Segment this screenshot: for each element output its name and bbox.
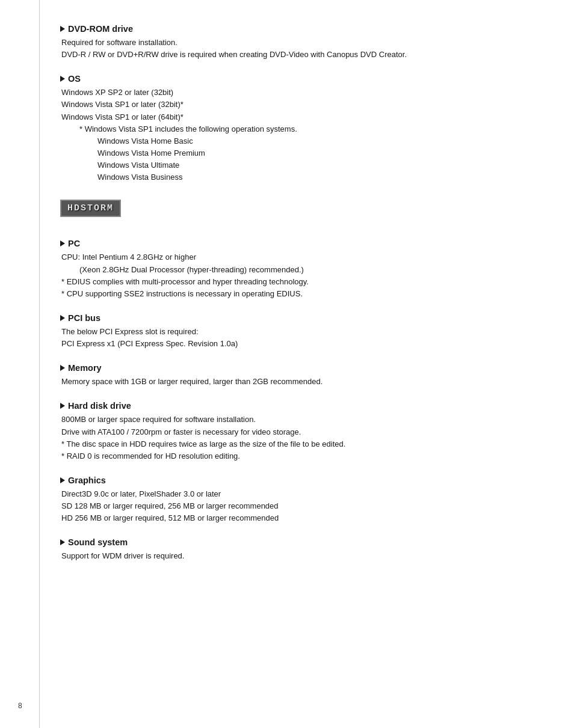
dvd-rom-line-2: DVD-R / RW or DVD+R/RW drive is required…	[61, 49, 526, 61]
body-graphics: Direct3D 9.0c or later, PixelShader 3.0 …	[60, 488, 526, 524]
heading-pc-text: PC	[68, 239, 80, 248]
left-border	[39, 0, 40, 728]
heading-graphics-text: Graphics	[68, 476, 106, 485]
section-sound: Sound system Support for WDM driver is r…	[60, 537, 526, 562]
page-number: 8	[18, 702, 22, 710]
heading-pc: PC	[60, 239, 526, 248]
pc-note-2: * CPU supporting SSE2 instructions is ne…	[61, 288, 526, 300]
memory-line-1: Memory space with 1GB or larger required…	[61, 376, 526, 388]
pci-line-1: The below PCI Express slot is required:	[61, 326, 526, 338]
heading-hard-disk-text: Hard disk drive	[68, 401, 131, 411]
section-dvd-rom: DVD-ROM drive Required for software inst…	[60, 24, 526, 61]
pc-line-2: (Xeon 2.8GHz Dual Processor (hyper-threa…	[61, 264, 526, 276]
hdd-line-1: 800MB or larger space required for softw…	[61, 414, 526, 426]
heading-pci-bus: PCI bus	[60, 313, 526, 323]
section-pc: PC CPU: Intel Pentium 4 2.8GHz or higher…	[60, 239, 526, 300]
heading-memory-text: Memory	[68, 363, 102, 373]
hdstorm-label: HDSTORM	[67, 203, 114, 213]
os-sub-3: Windows Vista Ultimate	[61, 159, 526, 171]
os-line-2: Windows Vista SP1 or later (32bit)*	[61, 99, 526, 111]
body-memory: Memory space with 1GB or larger required…	[60, 376, 526, 388]
section-graphics: Graphics Direct3D 9.0c or later, PixelSh…	[60, 476, 526, 524]
body-pc: CPU: Intel Pentium 4 2.8GHz or higher (X…	[60, 251, 526, 300]
body-pci-bus: The below PCI Express slot is required: …	[60, 326, 526, 350]
hdstorm-wrapper: HDSTORM	[60, 197, 526, 228]
body-sound: Support for WDM driver is required.	[60, 550, 526, 562]
sound-line-1: Support for WDM driver is required.	[61, 550, 526, 562]
triangle-icon-memory	[60, 365, 65, 371]
dvd-rom-line-1: Required for software installation.	[61, 37, 526, 49]
triangle-icon-os	[60, 76, 65, 82]
hdd-note-2: * RAID 0 is recommended for HD resolutio…	[61, 450, 526, 462]
os-sub-4: Windows Vista Business	[61, 171, 526, 183]
body-hard-disk: 800MB or larger space required for softw…	[60, 414, 526, 462]
triangle-icon-pc	[60, 240, 65, 246]
heading-hard-disk: Hard disk drive	[60, 401, 526, 411]
os-sub-2: Windows Vista Home Premium	[61, 147, 526, 159]
triangle-icon	[60, 26, 65, 32]
graphics-line-3: HD 256 MB or larger required, 512 MB or …	[61, 512, 526, 524]
heading-dvd-rom-text: DVD-ROM drive	[68, 24, 133, 34]
os-note: * Windows Vista SP1 includes the followi…	[61, 123, 526, 135]
heading-pci-bus-text: PCI bus	[68, 313, 100, 323]
heading-dvd-rom: DVD-ROM drive	[60, 24, 526, 34]
hdstorm-bar: HDSTORM	[60, 200, 121, 217]
section-hard-disk: Hard disk drive 800MB or larger space re…	[60, 401, 526, 462]
heading-sound-text: Sound system	[68, 537, 128, 547]
os-line-3: Windows Vista SP1 or later (64bit)*	[61, 111, 526, 123]
pc-line-1: CPU: Intel Pentium 4 2.8GHz or higher	[61, 251, 526, 263]
triangle-icon-hdd	[60, 403, 65, 409]
graphics-line-2: SD 128 MB or larger required, 256 MB or …	[61, 500, 526, 512]
section-os: OS Windows XP SP2 or later (32bit) Windo…	[60, 74, 526, 183]
heading-os: OS	[60, 74, 526, 84]
heading-sound: Sound system	[60, 537, 526, 547]
pci-line-2: PCI Express x1 (PCI Express Spec. Revisi…	[61, 338, 526, 350]
triangle-icon-pci	[60, 315, 65, 321]
triangle-icon-sound	[60, 539, 65, 545]
body-os: Windows XP SP2 or later (32bit) Windows …	[60, 87, 526, 183]
hdd-note-1: * The disc space in HDD requires twice a…	[61, 438, 526, 450]
body-dvd-rom: Required for software installation. DVD-…	[60, 37, 526, 61]
heading-graphics: Graphics	[60, 476, 526, 485]
hdd-line-2: Drive with ATA100 / 7200rpm or faster is…	[61, 426, 526, 438]
os-sub-1: Windows Vista Home Basic	[61, 135, 526, 147]
section-pci-bus: PCI bus The below PCI Express slot is re…	[60, 313, 526, 350]
page: DVD-ROM drive Required for software inst…	[0, 0, 574, 728]
heading-os-text: OS	[68, 74, 81, 84]
graphics-line-1: Direct3D 9.0c or later, PixelShader 3.0 …	[61, 488, 526, 500]
triangle-icon-graphics	[60, 477, 65, 483]
section-memory: Memory Memory space with 1GB or larger r…	[60, 363, 526, 388]
os-line-1: Windows XP SP2 or later (32bit)	[61, 87, 526, 99]
pc-note-1: * EDIUS complies with multi-processor an…	[61, 276, 526, 288]
heading-memory: Memory	[60, 363, 526, 373]
